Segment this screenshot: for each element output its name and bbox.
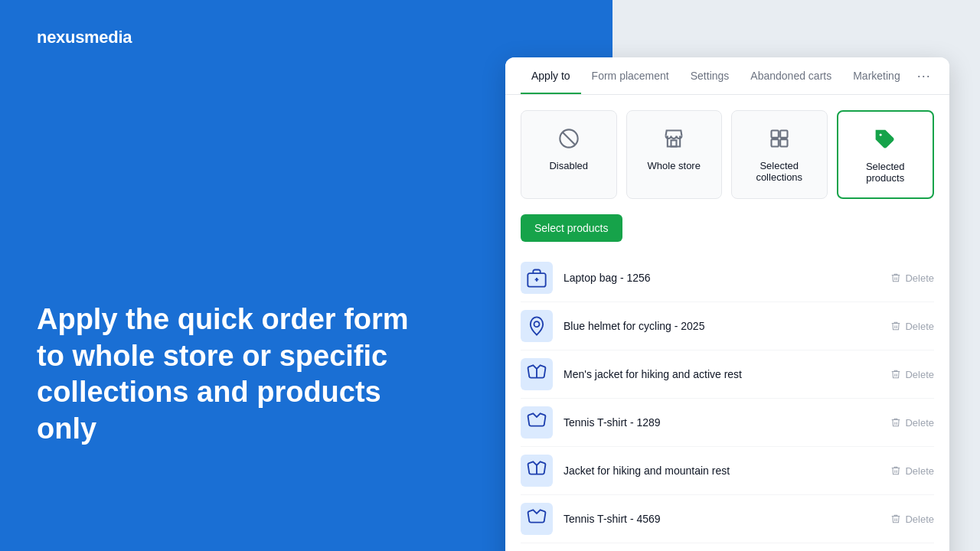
product-thumbnail bbox=[521, 262, 553, 294]
ban-icon bbox=[555, 125, 583, 152]
tab-abandoned-carts[interactable]: Abandoned carts bbox=[740, 57, 842, 94]
product-thumbnail bbox=[521, 310, 553, 342]
delete-button[interactable]: Delete bbox=[890, 272, 934, 284]
svg-point-11 bbox=[534, 321, 540, 327]
delete-button[interactable]: Delete bbox=[890, 465, 934, 477]
select-products-button[interactable]: Select products bbox=[521, 214, 622, 242]
svg-rect-5 bbox=[771, 139, 778, 146]
apply-to-options: Disabled Whole store bbox=[505, 95, 949, 214]
option-disabled[interactable]: Disabled bbox=[521, 110, 617, 199]
svg-rect-6 bbox=[780, 139, 787, 146]
tab-bar: Apply to Form placement Settings Abandon… bbox=[505, 57, 949, 95]
product-thumbnail bbox=[521, 406, 553, 439]
hero-text: Apply the quick order form to whole stor… bbox=[37, 302, 435, 447]
logo: nexusmedia bbox=[37, 28, 576, 47]
option-selected-collections[interactable]: Selected collections bbox=[731, 110, 828, 199]
product-item: Snowboard - 2580 Delete bbox=[521, 543, 934, 551]
product-item: Laptop bag - 1256 Delete bbox=[521, 254, 934, 302]
product-name: Tennis T-shirt - 1289 bbox=[564, 416, 880, 429]
store-icon bbox=[660, 125, 688, 152]
product-item: Tennis T-shirt - 4569 Delete bbox=[521, 495, 934, 543]
tag-icon bbox=[871, 126, 899, 153]
product-name: Laptop bag - 1256 bbox=[564, 272, 880, 284]
tab-settings[interactable]: Settings bbox=[680, 57, 740, 94]
select-products-area: Select products bbox=[505, 214, 949, 254]
logo-suffix: media bbox=[84, 28, 132, 47]
product-thumbnail bbox=[521, 358, 553, 390]
product-thumbnail bbox=[521, 455, 553, 487]
option-selected-products-label: Selected products bbox=[848, 161, 924, 184]
product-item: Tennis T-shirt - 1289 Delete bbox=[521, 399, 934, 447]
svg-rect-4 bbox=[780, 131, 787, 138]
tab-marketing[interactable]: Marketing bbox=[842, 57, 910, 94]
option-whole-store[interactable]: Whole store bbox=[626, 110, 723, 199]
delete-button[interactable]: Delete bbox=[890, 514, 934, 525]
product-item: Jacket for hiking and mountain rest Dele… bbox=[521, 447, 934, 495]
tab-form-placement[interactable]: Form placement bbox=[581, 57, 680, 94]
delete-button[interactable]: Delete bbox=[890, 369, 934, 380]
logo-prefix: nexus bbox=[37, 28, 84, 47]
product-name: Jacket for hiking and mountain rest bbox=[564, 465, 880, 477]
svg-rect-2 bbox=[671, 140, 677, 146]
tab-apply-to[interactable]: Apply to bbox=[521, 57, 581, 94]
product-name: Men's jacket for hiking and active rest bbox=[564, 368, 880, 380]
product-name: Blue helmet for cycling - 2025 bbox=[564, 320, 880, 332]
option-selected-products[interactable]: Selected products bbox=[837, 110, 935, 199]
option-selected-collections-label: Selected collections bbox=[741, 160, 818, 183]
product-name: Tennis T-shirt - 4569 bbox=[564, 513, 880, 525]
option-disabled-label: Disabled bbox=[549, 160, 588, 171]
option-whole-store-label: Whole store bbox=[648, 160, 701, 171]
product-item: Men's jacket for hiking and active rest … bbox=[521, 350, 934, 399]
app-panel: Apply to Form placement Settings Abandon… bbox=[505, 57, 949, 551]
delete-button[interactable]: Delete bbox=[890, 417, 934, 429]
product-thumbnail bbox=[521, 503, 553, 535]
svg-line-1 bbox=[563, 132, 575, 145]
product-list: Laptop bag - 1256 Delete Blue helmet for bbox=[505, 254, 949, 551]
more-menu-button[interactable]: ··· bbox=[911, 62, 937, 90]
collection-icon bbox=[766, 125, 793, 152]
delete-button[interactable]: Delete bbox=[890, 321, 934, 332]
svg-rect-3 bbox=[771, 131, 778, 138]
product-item: Blue helmet for cycling - 2025 Delete bbox=[521, 302, 934, 350]
